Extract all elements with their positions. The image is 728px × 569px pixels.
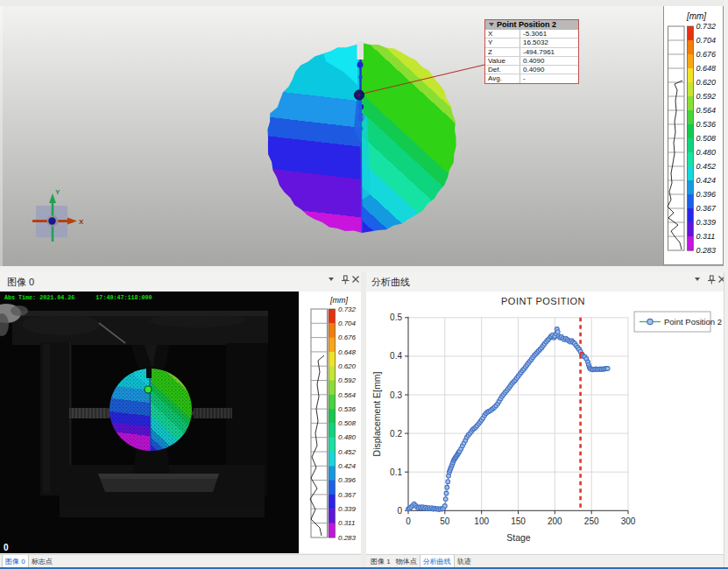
svg-text:100: 100 (474, 516, 489, 526)
svg-text:0.4: 0.4 (390, 351, 402, 361)
svg-text:0: 0 (397, 506, 402, 516)
svg-text:Stage: Stage (506, 532, 531, 543)
svg-text:Point Position 2: Point Position 2 (664, 317, 722, 327)
svg-text:Abs Time: 2021.04.26 17:4: Abs Time: 2021.04.26 17:40:47:118:000 (4, 294, 152, 301)
svg-text:200: 200 (548, 516, 562, 526)
svg-text:300: 300 (621, 516, 636, 526)
svg-text:250: 250 (584, 516, 599, 526)
svg-text:0.2: 0.2 (390, 429, 402, 439)
svg-text:POINT POSITION: POINT POSITION (501, 296, 585, 306)
svg-text:X: X (79, 218, 84, 226)
svg-text:150: 150 (511, 516, 526, 526)
svg-text:0.3: 0.3 (390, 390, 402, 400)
svg-text:50: 50 (440, 516, 450, 526)
svg-text:Displacement E[mm]: Displacement E[mm] (371, 371, 382, 456)
svg-text:0: 0 (406, 516, 411, 526)
svg-text:0.1: 0.1 (390, 467, 402, 477)
svg-text:0.5: 0.5 (390, 313, 402, 322)
svg-text:Y: Y (55, 188, 60, 196)
svg-text:0: 0 (4, 543, 9, 552)
